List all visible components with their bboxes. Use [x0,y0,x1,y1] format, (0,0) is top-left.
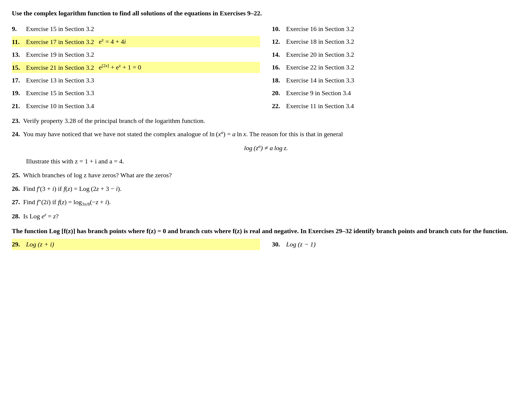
problem-27-text: 27. Find f″(2i) if f(z) = log3π/8(−z + i… [12,197,520,208]
exercise-9-label: Exercise 15 in Section 3.2 [26,23,94,34]
exercise-15: 15. Exercise 21 in Section 3.2 e[2z] + e… [12,62,260,73]
exercise-22: 22. Exercise 11 in Section 3.4 [272,100,520,111]
problem-25-num: 25. [12,171,20,179]
exercise-18: 18. Exercise 14 in Section 3.3 [272,75,520,86]
exercise-9: 9. Exercise 15 in Section 3.2 [12,23,260,34]
problem-24-text: 24. You may have noticed that we have no… [12,129,520,139]
problem-24: 24. You may have noticed that we have no… [12,129,520,166]
illustrate-text: Illustrate this with z = 1 + i and a = 4… [26,156,520,166]
problem-23-num: 23. [12,117,20,124]
bold-section-text: The function Log [f(z)] has branch point… [12,226,520,236]
problem-23-label: Verify property 3.28 of the principal br… [23,117,205,124]
exercise-19-label: Exercise 15 in Section 3.3 [26,87,94,98]
intro-paragraph: Use the complex logarithm function to fi… [12,9,520,18]
exercise-22-num: 22. [272,100,286,111]
problem-25: 25. Which branches of log z have zeros? … [12,170,520,180]
problem-23: 23. Verify property 3.28 of the principa… [12,116,520,126]
exercise-16: 16. Exercise 22 in Section 3.2 [272,62,520,73]
exercise-12-label: Exercise 18 in Section 3.2 [286,36,354,47]
problem-26-num: 26. [12,185,20,192]
problem-25-text: 25. Which branches of log z have zeros? … [12,170,520,180]
exercise-20-label: Exercise 9 in Section 3.4 [286,87,351,98]
problem-23-text: 23. Verify property 3.28 of the principa… [12,116,520,126]
problem-24-num: 24. [12,131,20,138]
exercise-10-num: 10. [272,23,286,34]
exercise-15-label: Exercise 21 in Section 3.2 [26,62,94,73]
exercise-12: 12. Exercise 18 in Section 3.2 [272,36,520,47]
centered-math: log (za) ≠ a log z. [12,144,520,152]
exercise-16-label: Exercise 22 in Section 3.2 [286,62,354,73]
exercise-21: 21. Exercise 10 in Section 3.4 [12,100,260,111]
exercise-15-annotation: e[2z] + ez + 1 = 0 [99,62,141,73]
exercise-10-label: Exercise 16 in Section 3.2 [286,23,354,34]
exercise-9-num: 9. [12,23,26,34]
exercise-11-label: Exercise 17 in Section 3.2 [26,36,94,47]
exercise-15-num: 15. [12,62,26,73]
exercise-17: 17. Exercise 13 in Section 3.3 [12,75,260,86]
exercise-12-num: 12. [272,36,286,47]
problem-28-text: 28. Is Log ez = z? [12,211,520,222]
exercise-20-num: 20. [272,87,286,98]
intro-text: Use the complex logarithm function to fi… [12,9,520,18]
problem-25-label: Which branches of log z have zeros? What… [23,171,172,179]
problem-30: 30. Log (z − 1) [272,239,520,250]
exercise-13: 13. Exercise 19 in Section 3.2 [12,49,260,60]
problem-27: 27. Find f″(2i) if f(z) = log3π/8(−z + i… [12,197,520,208]
problem-27-num: 27. [12,198,20,206]
problem-26-text: 26. Find f′(3 + i) if f(z) = Log (2z + 3… [12,183,520,194]
exercise-14: 14. Exercise 20 in Section 3.2 [272,49,520,60]
problem-29-num: 29. [12,239,26,250]
exercise-21-label: Exercise 10 in Section 3.4 [26,100,94,111]
bold-section: The function Log [f(z)] has branch point… [12,226,520,236]
problems-29-30-row: 29. Log (z + i) 30. Log (z − 1) [12,239,520,250]
exercise-16-num: 16. [272,62,286,73]
exercise-19-num: 19. [12,87,26,98]
exercise-18-label: Exercise 14 in Section 3.3 [286,75,354,86]
problem-29: 29. Log (z + i) [12,239,260,250]
problem-29-label: Log (z + i) [26,239,54,250]
exercise-22-label: Exercise 11 in Section 3.4 [286,100,354,111]
exercise-21-num: 21. [12,100,26,111]
exercise-20: 20. Exercise 9 in Section 3.4 [272,87,520,98]
problem-28-num: 28. [12,212,20,220]
exercise-11-num: 11. [12,36,26,47]
exercise-11-annotation: ez = 4 + 4i [99,36,126,47]
problem-28: 28. Is Log ez = z? [12,211,520,222]
exercise-grid: 9. Exercise 15 in Section 3.2 10. Exerci… [12,23,520,111]
exercise-17-label: Exercise 13 in Section 3.3 [26,75,94,86]
exercise-17-num: 17. [12,75,26,86]
problem-26: 26. Find f′(3 + i) if f(z) = Log (2z + 3… [12,183,520,194]
problem-30-num: 30. [272,239,286,250]
last-exercise-grid: 29. Log (z + i) 30. Log (z − 1) [12,239,520,250]
problem-30-label: Log (z − 1) [286,239,316,250]
exercise-19: 19. Exercise 15 in Section 3.3 [12,87,260,98]
exercise-10: 10. Exercise 16 in Section 3.2 [272,23,520,34]
exercise-11: 11. Exercise 17 in Section 3.2 ez = 4 + … [12,36,260,47]
exercise-13-label: Exercise 19 in Section 3.2 [26,49,94,60]
exercise-18-num: 18. [272,75,286,86]
exercise-14-num: 14. [272,49,286,60]
exercise-14-label: Exercise 20 in Section 3.2 [286,49,354,60]
exercise-13-num: 13. [12,49,26,60]
